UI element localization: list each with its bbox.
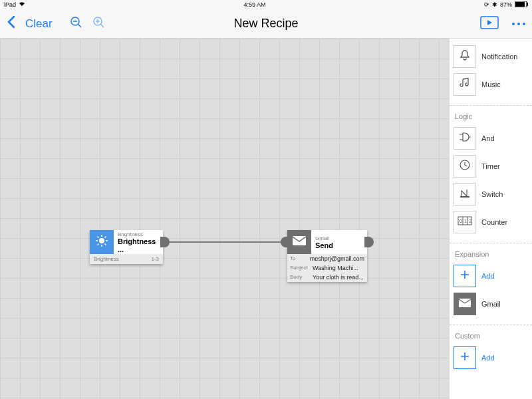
svg-rect-1	[515, 2, 525, 7]
node-gmail[interactable]: Gmail Send Tomeshprj@gmail.com SubjectWa…	[287, 230, 367, 282]
zoom-out-button[interactable]	[70, 16, 83, 32]
sidebar-label: Music	[481, 80, 501, 88]
detail-label: Subject	[290, 265, 313, 271]
canvas[interactable]: Brightness Brightness ... Brightness 1-3…	[0, 39, 449, 399]
sidebar-item-switch[interactable]: Switch	[454, 180, 528, 208]
battery-pct: 87%	[500, 1, 512, 8]
mail-icon	[459, 298, 471, 310]
play-button[interactable]	[480, 16, 499, 32]
svg-line-19	[105, 237, 106, 238]
svg-line-18	[98, 244, 99, 245]
wifi-icon	[19, 1, 25, 8]
status-time: 4:59 AM	[25, 1, 484, 8]
bell-icon	[459, 49, 471, 64]
sidebar-item-counter[interactable]: 012 Counter	[454, 208, 528, 236]
svg-rect-20	[293, 236, 306, 245]
detail-label: Body	[290, 274, 313, 281]
sidebar-label: Switch	[481, 190, 503, 198]
battery-icon	[515, 1, 528, 9]
sidebar-label: Add	[481, 272, 495, 280]
status-bar: iPad 4:59 AM ⟳ ✱ 87%	[0, 0, 532, 9]
node-name: Brightness ...	[118, 237, 159, 253]
svg-line-4	[78, 24, 81, 27]
svg-text:0: 0	[460, 219, 462, 223]
back-button[interactable]	[7, 15, 16, 32]
section-title-custom: Custom	[454, 329, 528, 344]
svg-text:1: 1	[464, 219, 467, 223]
detail-value: Your cloth is read...	[313, 274, 364, 281]
sidebar: Notification Music Logic And Timer Switc…	[449, 39, 532, 399]
svg-line-7	[100, 24, 104, 27]
section-title-expansion: Expansion	[454, 247, 528, 262]
sidebar-item-custom-add[interactable]: Add	[454, 344, 528, 372]
detail-label: To	[290, 255, 310, 262]
node-brightness[interactable]: Brightness Brightness ... Brightness 1-3	[90, 230, 163, 264]
sidebar-label: Counter	[481, 218, 507, 226]
and-icon	[458, 131, 471, 146]
sidebar-label: Gmail	[481, 300, 501, 308]
plus-icon	[460, 270, 469, 282]
rotation-lock-icon: ⟳	[484, 1, 489, 8]
svg-line-17	[105, 244, 106, 245]
counter-icon: 012	[458, 216, 472, 228]
zoom-in-button[interactable]	[92, 16, 106, 32]
node-category: Gmail	[315, 235, 363, 241]
more-button[interactable]	[512, 23, 525, 25]
sidebar-label: And	[481, 134, 495, 142]
node-name: Send	[315, 241, 363, 249]
section-title-logic: Logic	[454, 110, 528, 124]
brightness-icon	[95, 234, 108, 250]
sidebar-label: Timer	[481, 162, 500, 170]
sidebar-item-music[interactable]: Music	[454, 70, 528, 98]
connector-in[interactable]	[281, 237, 290, 247]
connector-out[interactable]	[364, 237, 374, 247]
mail-icon	[293, 236, 306, 248]
node-category: Brightness	[118, 231, 159, 237]
clear-button[interactable]: Clear	[25, 17, 53, 31]
bluetooth-icon: ✱	[492, 1, 497, 8]
svg-rect-22	[460, 196, 469, 198]
sidebar-label: Add	[481, 354, 495, 362]
detail-value: meshprj@gmail.com	[310, 255, 364, 262]
detail-value: Washing Machi...	[313, 265, 358, 271]
svg-line-16	[98, 237, 99, 238]
svg-text:2: 2	[469, 219, 471, 223]
node-footer-value: 1-3	[151, 256, 159, 262]
device-label: iPad	[4, 1, 16, 8]
node-footer-label: Brightness	[94, 256, 119, 262]
sidebar-item-expansion-add[interactable]: Add	[454, 262, 528, 290]
sidebar-item-notification[interactable]: Notification	[454, 43, 528, 70]
switch-icon	[459, 187, 471, 201]
clock-icon	[459, 159, 471, 174]
toolbar: Clear New Recipe	[0, 9, 532, 39]
sidebar-item-timer[interactable]: Timer	[454, 152, 528, 180]
connector-out[interactable]	[160, 237, 170, 247]
music-icon	[459, 77, 471, 92]
svg-point-11	[99, 238, 104, 243]
connection-wire	[165, 241, 287, 243]
sidebar-label: Notification	[481, 53, 517, 61]
plus-icon	[460, 352, 469, 364]
sidebar-item-and[interactable]: And	[454, 124, 528, 152]
svg-rect-2	[527, 3, 528, 6]
sidebar-item-gmail[interactable]: Gmail	[454, 290, 528, 318]
